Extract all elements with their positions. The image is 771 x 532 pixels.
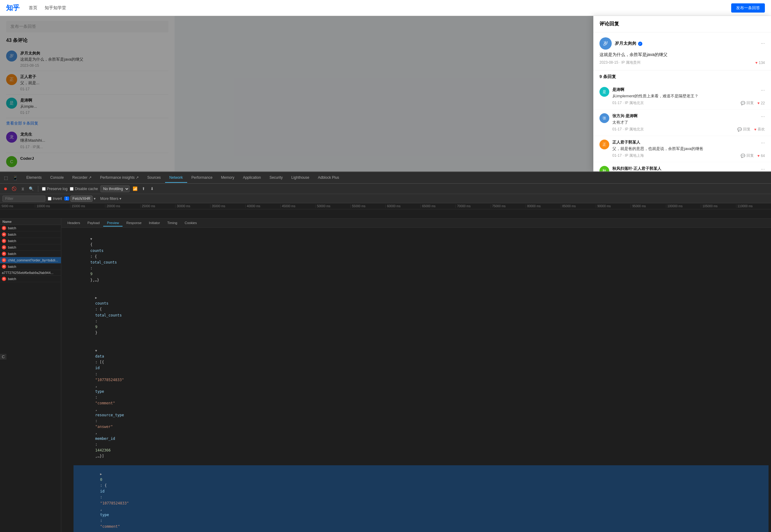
reply-meta-3: 01-17 · IP 属地上海 xyxy=(612,153,644,158)
json-item-0[interactable]: ▶ 0 : { id : "10778524833" , type : "com… xyxy=(73,465,769,532)
preview-tab-initiator[interactable]: Initiator xyxy=(145,220,164,227)
invert-checkbox[interactable] xyxy=(48,197,51,200)
like-btn-2[interactable]: ♥ 喜欢 xyxy=(754,127,765,132)
tab-recorder[interactable]: Recorder ↗ xyxy=(68,173,96,183)
mark-65000: 65000 ms xyxy=(421,204,456,208)
json-data-line[interactable]: ▼ data : [{ id : "10778524833" , type : … xyxy=(69,342,769,465)
reply-btn-2[interactable]: 💬 回复 xyxy=(737,127,750,132)
network-toolbar: ⏺ 🚫 ⧖ 🔍 Preserve log Disable cache No th… xyxy=(0,184,771,194)
json-counts-line[interactable]: ▶ counts : { total_counts : 9 } xyxy=(69,289,769,342)
top-comment-avatar: 岁 xyxy=(600,37,612,50)
reply-more-btn-2[interactable]: ··· xyxy=(761,114,765,119)
preview-tab-cookies[interactable]: Cookies xyxy=(181,220,201,227)
record-btn[interactable]: ⏺ xyxy=(2,186,9,192)
mark-35000: 35000 ms xyxy=(210,204,245,208)
reply-item-3: 正 正人君子郭某人 ··· 父，就是爸的意思，也就是说，余胜军是java的继爸 … xyxy=(593,136,771,162)
tab-performance[interactable]: Performance xyxy=(187,173,217,183)
filter-dropdown-arrow[interactable]: ▾ xyxy=(94,197,96,201)
request-item-6[interactable]: ✕ child_comment?order_by=ts&di... xyxy=(0,257,61,264)
tab-elements[interactable]: Elements xyxy=(22,173,46,183)
preview-tab-preview[interactable]: Preview xyxy=(103,220,122,227)
preserve-log-checkbox[interactable] xyxy=(42,187,46,191)
mark-60000: 60000 ms xyxy=(385,204,420,208)
reply-more-btn-3[interactable]: ··· xyxy=(761,140,765,146)
reply-more-btn-4[interactable]: ··· xyxy=(761,167,765,172)
preview-tab-payload[interactable]: Payload xyxy=(84,220,103,227)
heart-icon-1: ♥ xyxy=(758,101,760,105)
tab-performance-insights[interactable]: Performance insights ↗ xyxy=(96,173,143,183)
tab-adblock[interactable]: Adblock Plus xyxy=(314,173,343,183)
heart-icon: ♥ xyxy=(755,61,758,65)
wifi-icon[interactable]: 📶 xyxy=(132,186,138,192)
preview-tab-headers[interactable]: Headers xyxy=(64,220,84,227)
expand-item-0[interactable]: ▶ xyxy=(100,472,104,477)
reply-item-2: 张 张方兴·是涛啊 ··· 太有才了 01-17 · IP 属地北京 xyxy=(593,110,771,136)
reply-more-btn-1[interactable]: ··· xyxy=(761,88,765,93)
like-btn-3[interactable]: ♥ 64 xyxy=(758,154,765,158)
tab-lighthouse[interactable]: Lighthouse xyxy=(287,173,314,183)
top-comment-more-btn[interactable]: ··· xyxy=(761,41,765,46)
disable-cache-checkbox[interactable] xyxy=(70,187,73,191)
more-filters-btn[interactable]: More filters ▾ xyxy=(98,196,123,202)
error-icon-3: ✕ xyxy=(2,239,6,243)
preview-tab-timing[interactable]: Timing xyxy=(164,220,181,227)
tab-security[interactable]: Security xyxy=(265,173,287,183)
tab-memory[interactable]: Memory xyxy=(217,173,239,183)
error-icon-2: ✕ xyxy=(2,232,6,237)
clear-btn[interactable]: 🚫 xyxy=(11,186,17,192)
nav-learn[interactable]: 知乎知学堂 xyxy=(45,5,66,11)
device-icon[interactable]: 📱 xyxy=(12,174,18,181)
reply-text-2: 太有才了 xyxy=(612,120,765,125)
expand-data[interactable]: ▼ xyxy=(95,348,100,353)
reply-btn-3[interactable]: 💬 回复 xyxy=(741,153,754,158)
cursor-icon[interactable]: ⬚ xyxy=(2,174,9,181)
tab-sources[interactable]: Sources xyxy=(143,173,165,183)
request-item-9[interactable]: ✕ batch xyxy=(0,276,61,282)
filter-icon-btn[interactable]: ⧖ xyxy=(20,186,26,192)
tab-console[interactable]: Console xyxy=(46,173,68,183)
request-name-1: batch xyxy=(8,226,59,230)
request-name-7: batch xyxy=(8,265,59,268)
invert-label[interactable]: Invert xyxy=(48,197,62,201)
search-btn[interactable]: 🔍 xyxy=(28,186,34,192)
fetch-xhr-btn[interactable]: Fetch/XHR xyxy=(70,196,93,202)
tab-network[interactable]: Network xyxy=(165,173,187,183)
request-item-1[interactable]: ✕ batch xyxy=(0,225,61,231)
error-icon-7: ✕ xyxy=(2,264,6,269)
reply-btn-1[interactable]: 💬 回复 xyxy=(741,100,754,106)
mark-50000: 50000 ms xyxy=(315,204,350,208)
comment-icon-1: 💬 xyxy=(741,101,745,105)
download-icon[interactable]: ⬇ xyxy=(149,186,155,192)
timeline-area: 5000 ms 10000 ms 15000 ms 20000 ms 25000… xyxy=(0,203,771,219)
toolbar-divider-1 xyxy=(38,186,38,192)
request-item-3[interactable]: ✕ batch xyxy=(0,238,61,244)
request-item-7[interactable]: ✕ batch xyxy=(0,264,61,270)
preview-tab-response[interactable]: Response xyxy=(122,220,145,227)
devtools-tabs: ⬚ 📱 Elements Console Recorder ↗ Performa… xyxy=(0,172,771,184)
throttle-select[interactable]: No throttling xyxy=(100,185,130,192)
expand-root[interactable]: ▼ xyxy=(90,237,95,242)
like-btn-1[interactable]: ♥ 22 xyxy=(758,101,765,105)
write-answer-btn[interactable]: 发布一条回答 xyxy=(731,3,765,13)
request-item-5[interactable]: ✕ batch xyxy=(0,251,61,257)
devtools-panel: ⬚ 📱 Elements Console Recorder ↗ Performa… xyxy=(0,171,771,532)
filter-input[interactable] xyxy=(2,196,45,202)
preserve-log-label[interactable]: Preserve log xyxy=(42,187,67,191)
modal-overlay[interactable]: 评论回复 岁 岁月太匆匆 ✓ ··· 这就是为什么，余胜军是java的继父 xyxy=(0,16,771,171)
network-filter-bar: Invert 1 Fetch/XHR ▾ More filters ▾ xyxy=(0,194,771,203)
request-item-4[interactable]: ✕ batch xyxy=(0,244,61,251)
request-item-2[interactable]: ✕ batch xyxy=(0,231,61,238)
reply-actions-2: 💬 回复 ♥ 喜欢 xyxy=(737,127,765,132)
disable-cache-label[interactable]: Disable cache xyxy=(70,187,98,191)
fetch-xhr-badge: 1 xyxy=(64,197,69,200)
reply-avatar-2: 张 xyxy=(600,113,609,123)
json-root-line[interactable]: ▼ { counts : { total_counts : 9 },…} xyxy=(64,230,769,289)
preview-tabs: Headers Payload Preview Response Initiat… xyxy=(61,219,771,228)
upload-icon[interactable]: ⬆ xyxy=(141,186,147,192)
request-item-8[interactable]: a777276256ebf6e8ab9a2fab944... xyxy=(0,270,61,276)
requests-list-header: Name xyxy=(0,219,61,225)
nav-home[interactable]: 首页 xyxy=(29,5,37,11)
tab-application[interactable]: Application xyxy=(239,173,265,183)
top-comment-text: 这就是为什么，余胜军是java的继父 xyxy=(600,52,765,58)
expand-counts[interactable]: ▶ xyxy=(95,295,100,300)
